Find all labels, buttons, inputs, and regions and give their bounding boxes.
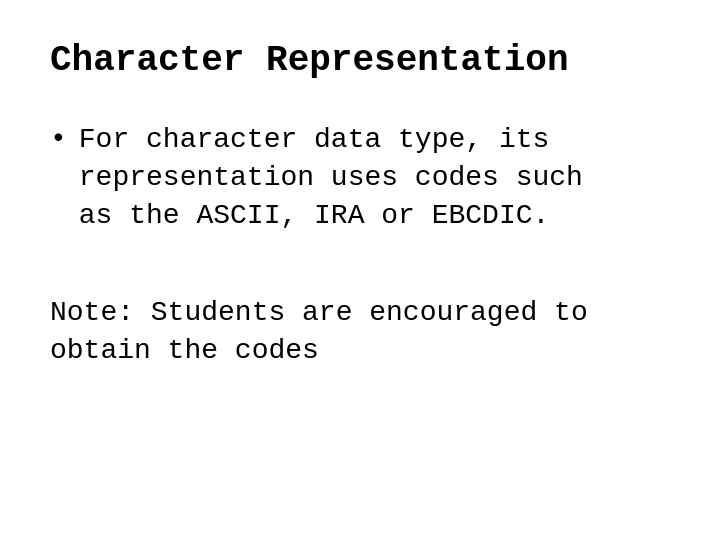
bullet-dot: • [50, 121, 67, 157]
note-section: Note: Students are encouraged to obtain … [50, 294, 670, 370]
slide: Character Representation • For character… [0, 0, 720, 540]
note-line1: Note: Students are encouraged to [50, 297, 588, 328]
bullet-line3: as the ASCII, IRA or EBCDIC. [79, 200, 549, 231]
bullet-item: • For character data type, its represent… [50, 121, 670, 234]
note-text: Note: Students are encouraged to obtain … [50, 294, 670, 370]
note-line2: obtain the codes [50, 335, 319, 366]
slide-title: Character Representation [50, 40, 670, 81]
bullet-text: For character data type, its representat… [79, 121, 583, 234]
bullet-line1: For character data type, its [79, 124, 549, 155]
bullet-section: • For character data type, its represent… [50, 121, 670, 244]
bullet-line2: representation uses codes such [79, 162, 583, 193]
